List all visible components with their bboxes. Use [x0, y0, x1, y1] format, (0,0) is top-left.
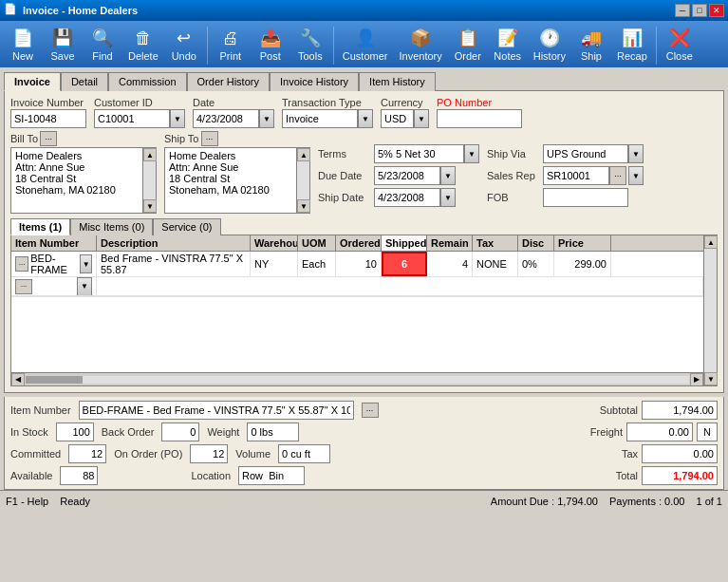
- payments-text: Payments : 0.00: [609, 496, 685, 507]
- window-close-button[interactable]: ✕: [709, 4, 724, 17]
- transaction-type-input[interactable]: [282, 109, 358, 128]
- hscroll-right-btn[interactable]: ▶: [690, 373, 703, 386]
- customer-icon: 👤: [354, 27, 377, 49]
- freight-flag-input[interactable]: [697, 422, 718, 441]
- invoice-number-input[interactable]: [10, 109, 86, 128]
- ship-button[interactable]: 🚚 Ship: [572, 24, 610, 65]
- item-dropdown[interactable]: ▼: [80, 254, 92, 273]
- date-input[interactable]: [193, 109, 259, 128]
- tab-detail[interactable]: Detail: [61, 72, 108, 91]
- tab-invoice-history[interactable]: Invoice History: [270, 72, 359, 91]
- grid-hscrollbar: ◀ ▶: [11, 372, 703, 385]
- back-order-label: Back Order: [102, 426, 155, 438]
- notes-button[interactable]: 📝 Notes: [489, 24, 527, 65]
- committed-input[interactable]: [68, 444, 106, 463]
- volume-input[interactable]: [278, 444, 330, 463]
- customer-button[interactable]: 👤 Customer: [338, 24, 393, 65]
- grid-header: Item Number Description Warehouse UOM Or…: [11, 235, 703, 252]
- location-input[interactable]: [238, 466, 305, 485]
- toolbar-close-button[interactable]: ❌ Close: [661, 24, 699, 65]
- due-date-dropdown[interactable]: ▼: [440, 166, 456, 185]
- cell-remain: 4: [427, 252, 473, 276]
- vscroll-down-btn[interactable]: ▼: [704, 372, 718, 385]
- item-number-bottom-input[interactable]: [79, 401, 354, 420]
- tab-items[interactable]: Items (1): [10, 218, 70, 235]
- customer-id-input[interactable]: [94, 109, 170, 128]
- undo-button[interactable]: ↩ Undo: [165, 24, 203, 65]
- ship-date-input[interactable]: [374, 188, 440, 207]
- vscroll-up-btn[interactable]: ▲: [704, 235, 718, 249]
- customer-id-dropdown[interactable]: ▼: [170, 109, 185, 128]
- delete-button[interactable]: 🗑 Delete: [123, 24, 163, 65]
- terms-dropdown[interactable]: ▼: [464, 144, 479, 163]
- tab-invoice[interactable]: Invoice: [4, 72, 61, 91]
- tab-item-history[interactable]: Item History: [359, 72, 436, 91]
- bill-to-scroll-up[interactable]: ▲: [143, 148, 157, 161]
- date-dropdown[interactable]: ▼: [259, 109, 274, 128]
- ship-via-input[interactable]: [543, 144, 628, 163]
- recap-button[interactable]: 📊 Recap: [612, 24, 652, 65]
- tab-commission[interactable]: Commission: [108, 72, 187, 91]
- terms-input[interactable]: [374, 144, 464, 163]
- save-button[interactable]: 💾 Save: [44, 24, 82, 65]
- weight-label: Weight: [207, 426, 239, 438]
- tools-button[interactable]: 🔧 Tools: [291, 24, 329, 65]
- item-expand-btn[interactable]: ···: [15, 256, 28, 272]
- sales-rep-expand[interactable]: ···: [609, 166, 626, 185]
- inventory-button[interactable]: 📦 Inventory: [394, 24, 446, 65]
- date-group: Date ▼: [193, 97, 274, 128]
- cell-shipped[interactable]: 6: [382, 252, 427, 276]
- tab-service[interactable]: Service (0): [153, 218, 220, 235]
- new-button[interactable]: 📄 New: [4, 24, 42, 65]
- hscroll-thumb[interactable]: [26, 376, 83, 384]
- grid-empty-space: [11, 296, 703, 372]
- currency-input[interactable]: [381, 109, 414, 128]
- col-tax: Tax: [473, 235, 518, 251]
- weight-input[interactable]: [247, 422, 299, 441]
- ship-via-label: Ship Via: [487, 148, 539, 160]
- due-date-label: Due Date: [318, 170, 370, 181]
- bill-to-expand[interactable]: ···: [40, 131, 57, 146]
- grid-outer: Item Number Description Warehouse UOM Or…: [10, 235, 718, 386]
- cell-empty-rest: [97, 277, 703, 295]
- currency-dropdown[interactable]: ▼: [414, 109, 429, 128]
- empty-dropdown[interactable]: ▼: [77, 277, 92, 295]
- ship-to-expand[interactable]: ···: [201, 131, 218, 146]
- tab-order-history[interactable]: Order History: [187, 72, 270, 91]
- hscroll-left-btn[interactable]: ◀: [11, 373, 25, 386]
- bill-to-label: Bill To: [10, 133, 38, 144]
- maximize-button[interactable]: □: [692, 4, 707, 17]
- ship-date-dropdown[interactable]: ▼: [440, 188, 456, 207]
- col-ordered: Ordered: [336, 235, 382, 251]
- po-number-input[interactable]: [437, 109, 522, 128]
- history-button[interactable]: 🕐 History: [529, 24, 570, 65]
- sales-rep-dropdown[interactable]: ▼: [628, 166, 644, 185]
- ship-via-dropdown[interactable]: ▼: [628, 144, 644, 163]
- fob-input[interactable]: [543, 188, 628, 207]
- order-button[interactable]: 📋 Order: [449, 24, 487, 65]
- sales-rep-input[interactable]: [543, 166, 609, 185]
- item-number-expand-btn[interactable]: ···: [362, 403, 379, 418]
- available-input[interactable]: [60, 466, 98, 485]
- post-button[interactable]: 📤 Post: [252, 24, 289, 65]
- cell-description: Bed Frame - VINSTRA 77.5" X 55.87: [97, 252, 251, 276]
- bill-to-scroll-down[interactable]: ▼: [143, 199, 157, 213]
- inventory-icon: 📦: [409, 27, 432, 49]
- recap-icon: 📊: [621, 27, 644, 49]
- due-date-input[interactable]: [374, 166, 440, 185]
- back-order-input[interactable]: [161, 422, 199, 441]
- minimize-button[interactable]: ─: [675, 4, 690, 17]
- transaction-type-dropdown[interactable]: ▼: [358, 109, 373, 128]
- tab-misc-items[interactable]: Misc Items (0): [70, 218, 153, 235]
- cell-warehouse: NY: [251, 252, 298, 276]
- empty-expand-btn[interactable]: ···: [15, 279, 32, 294]
- print-button[interactable]: 🖨 Print: [212, 24, 250, 65]
- main-tabs: Invoice Detail Commission Order History …: [4, 71, 724, 90]
- in-stock-input[interactable]: [56, 422, 94, 441]
- ship-to-address: Home DealersAttn: Anne Sue18 Central StS…: [164, 147, 297, 214]
- find-button[interactable]: 🔍 Find: [84, 24, 121, 65]
- on-order-input[interactable]: [190, 444, 228, 463]
- ship-to-scroll-down[interactable]: ▼: [297, 199, 310, 213]
- ship-to-scroll-up[interactable]: ▲: [297, 148, 310, 161]
- items-tabs: Items (1) Misc Items (0) Service (0): [10, 217, 718, 235]
